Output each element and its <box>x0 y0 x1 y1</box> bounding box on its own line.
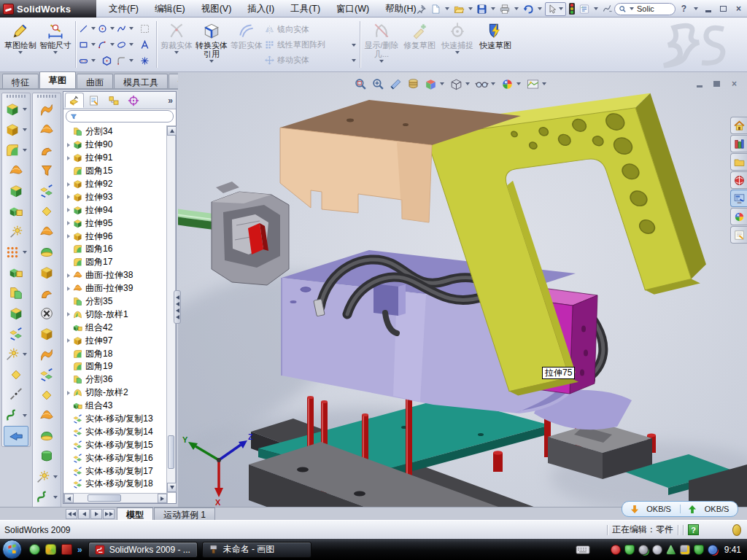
cubeY-icon[interactable] <box>33 324 61 344</box>
quick-tips-icon[interactable]: ? <box>688 524 699 535</box>
spline-tool-button[interactable] <box>116 20 135 36</box>
quicklaunch-icon[interactable] <box>45 544 56 555</box>
appearance-icon[interactable] <box>500 77 523 92</box>
circleX-icon[interactable] <box>33 303 61 324</box>
menu-item-4[interactable]: 工具(T) <box>282 1 328 18</box>
security-tray-icon[interactable] <box>694 545 704 555</box>
last-tab-button[interactable] <box>103 509 115 519</box>
diamond-icon[interactable] <box>2 365 30 385</box>
elbowO-icon[interactable] <box>33 140 61 160</box>
rect-tool-button[interactable] <box>78 36 97 52</box>
model-canvas[interactable]: Y Z X <box>178 72 747 507</box>
tree-item[interactable]: 分割35 <box>63 295 168 308</box>
domeG-icon[interactable] <box>33 426 61 446</box>
diamond-icon[interactable] <box>33 385 61 405</box>
first-tab-button[interactable] <box>66 509 77 519</box>
toolbar-quicksketch-button[interactable]: 快速草图 <box>476 20 514 51</box>
select-tool-icon[interactable] <box>545 2 566 16</box>
usb-tray-icon[interactable] <box>666 545 676 555</box>
surf-icon[interactable] <box>33 405 61 426</box>
3d-content-tab[interactable] <box>730 171 747 189</box>
line-tool-button[interactable] <box>78 20 97 36</box>
point-tool-button[interactable] <box>135 52 154 69</box>
command-tab-特征[interactable]: 特征 <box>2 74 39 88</box>
tree-item[interactable]: 分割36 <box>63 373 168 386</box>
scroll-left-button[interactable] <box>64 494 74 503</box>
help-caret[interactable] <box>694 7 698 10</box>
squig-icon[interactable] <box>2 405 30 426</box>
save-caret[interactable] <box>491 7 495 10</box>
tree-item[interactable]: 实体-移动/复制14 <box>63 425 168 438</box>
network-warning-tray-icon[interactable] <box>680 545 690 555</box>
resources-tab[interactable] <box>730 117 747 134</box>
open-caret[interactable] <box>468 7 473 10</box>
view-orientation-icon[interactable] <box>423 77 446 92</box>
waveO-icon[interactable] <box>33 99 61 120</box>
tree-item[interactable]: 拉伸92 <box>63 178 168 191</box>
file-explorer-tab[interactable] <box>730 153 747 171</box>
properties-icon[interactable] <box>601 2 613 16</box>
zoom-area-icon[interactable] <box>371 77 386 92</box>
tree-item[interactable]: 实体-移动/复制17 <box>63 464 168 478</box>
scene-icon[interactable] <box>525 77 549 92</box>
menu-item-3[interactable]: 插入(I) <box>239 1 282 18</box>
doc-restore-button[interactable] <box>710 78 724 90</box>
doc-tab-运动算例 1[interactable]: 运动算例 1 <box>154 508 215 520</box>
cubeY-icon[interactable] <box>33 262 61 283</box>
polygon-tool-button[interactable] <box>97 52 116 69</box>
search-input[interactable]: Solic <box>614 3 676 15</box>
squig-icon[interactable] <box>33 487 61 508</box>
tree-item[interactable]: 曲面-拉伸38 <box>63 269 168 282</box>
split-icon[interactable] <box>2 283 30 303</box>
domeG-icon[interactable] <box>33 242 61 262</box>
ellipse-tool-button[interactable] <box>116 36 135 52</box>
menu-item-0[interactable]: 文件(F) <box>101 1 147 18</box>
toolbar-smartdim-button[interactable]: 智能尺寸 <box>38 20 73 55</box>
print-icon[interactable] <box>498 2 511 16</box>
cubeG-icon[interactable] <box>2 303 30 324</box>
toolbar-convert-button[interactable]: 转换实体引用 <box>194 20 229 64</box>
options-icon[interactable] <box>578 2 591 16</box>
star-icon[interactable] <box>2 344 30 365</box>
shield-tray-icon[interactable] <box>624 545 635 555</box>
fillet-icon[interactable] <box>2 140 30 160</box>
design-library-tab[interactable] <box>730 135 747 152</box>
tree-item[interactable]: 实体-移动/复制15 <box>63 438 168 451</box>
print-caret[interactable] <box>514 7 519 10</box>
cubeG-icon[interactable] <box>2 99 30 120</box>
close-button[interactable]: × <box>732 3 746 15</box>
cylG-icon[interactable] <box>33 446 61 467</box>
dots-icon[interactable] <box>2 242 30 262</box>
tree-item[interactable]: 圆角15 <box>63 165 168 178</box>
slot-tool-button[interactable] <box>78 52 97 69</box>
menu-item-5[interactable]: 窗口(W) <box>328 1 377 18</box>
tree-item[interactable]: 圆角19 <box>63 360 168 373</box>
tree-horizontal-scrollbar[interactable] <box>63 493 168 503</box>
new-caret[interactable] <box>445 7 449 10</box>
quicklaunch-overflow-chevron[interactable]: » <box>77 545 82 555</box>
doc-tab-模型[interactable]: 模型 <box>117 508 153 520</box>
prev-tab-button[interactable] <box>78 509 90 519</box>
toolbar-grip[interactable] <box>37 95 56 98</box>
scroll-right-button[interactable] <box>158 494 167 503</box>
toolbar-grip[interactable] <box>7 95 26 98</box>
minimize-button[interactable] <box>701 3 715 15</box>
toolbar-pencil-button[interactable]: 草图绘制 <box>3 20 38 55</box>
star-icon[interactable] <box>2 222 30 242</box>
sfillet-tool-button[interactable] <box>116 52 135 69</box>
scroll-thumb-h[interactable] <box>88 494 121 502</box>
volume-tray-icon[interactable] <box>652 545 662 555</box>
open-icon[interactable] <box>452 2 465 16</box>
tree-filter-input[interactable] <box>66 110 174 122</box>
tree-item[interactable]: 拉伸94 <box>63 203 168 217</box>
tree-item[interactable]: 圆角16 <box>63 243 168 256</box>
graphics-viewport[interactable]: Y Z X × 拉伸75 <box>178 72 747 507</box>
new-document-icon[interactable] <box>430 2 442 16</box>
diamond-icon[interactable] <box>33 201 61 222</box>
star-icon[interactable] <box>33 467 61 487</box>
combine-icon[interactable] <box>2 201 30 222</box>
tree-item[interactable]: 拉伸97 <box>63 334 168 347</box>
tree-item[interactable]: 实体-移动/复制13 <box>63 413 168 426</box>
circle-tool-button[interactable] <box>97 20 116 36</box>
command-tab-曲面[interactable]: 曲面 <box>77 74 113 88</box>
